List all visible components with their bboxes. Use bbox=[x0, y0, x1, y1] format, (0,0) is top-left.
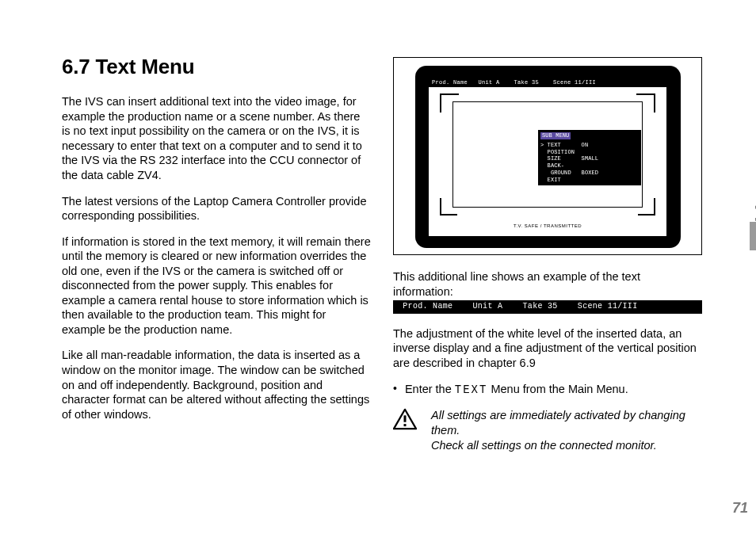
left-column: 6.7 Text Menu The IVS can insert additio… bbox=[62, 54, 371, 502]
osd-menu-row: > TEXT ON bbox=[540, 142, 639, 149]
warning-icon bbox=[393, 408, 417, 434]
content-area: 6.7 Text Menu The IVS can insert additio… bbox=[0, 0, 721, 534]
side-rail: Inserter Facilities 71 bbox=[721, 0, 756, 534]
svg-rect-1 bbox=[404, 416, 407, 422]
figure-frame: Prod. Name Unit A Take 35 Scene 11/III T… bbox=[393, 57, 702, 255]
osd-top-text-bar: Prod. Name Unit A Take 35 Scene 11/III bbox=[429, 78, 666, 87]
chapter-title-vertical: Inserter Facilities bbox=[751, 182, 756, 347]
svg-rect-2 bbox=[404, 425, 407, 427]
text-run: Menu from the Main Menu. bbox=[487, 383, 628, 395]
warning-text: All settings are immediately activated b… bbox=[431, 408, 702, 452]
instruction-text: Enter the TEXT Menu from the Main Menu. bbox=[405, 382, 628, 398]
document-page: 6.7 Text Menu The IVS can insert additio… bbox=[0, 0, 756, 534]
osd-menu-row: GROUND BOXED bbox=[540, 170, 639, 177]
paragraph: The latest versions of the Laptop Camera… bbox=[62, 194, 371, 223]
osd-menu-row: POSITION bbox=[540, 149, 639, 156]
paragraph: The adjustment of the white level of the… bbox=[393, 326, 702, 371]
section-heading: 6.7 Text Menu bbox=[62, 54, 371, 80]
example-text-bar: Prod. Name Unit A Take 35 Scene 11/III bbox=[393, 300, 702, 314]
safe-area-label: T.V. SAFE / TRANSMITTED bbox=[429, 223, 666, 230]
monitor-screen: Prod. Name Unit A Take 35 Scene 11/III T… bbox=[429, 78, 666, 236]
warning-line: All settings are immediately activated b… bbox=[431, 408, 702, 437]
paragraph: Like all man-readable information, the d… bbox=[62, 348, 371, 421]
warning-line: Check all settings on the connected moni… bbox=[431, 438, 702, 453]
warning-block: All settings are immediately activated b… bbox=[393, 408, 702, 452]
mono-label: TEXT bbox=[455, 383, 488, 396]
example-caption: This additional line shows an example of… bbox=[393, 269, 702, 299]
page-number: 71 bbox=[732, 500, 748, 517]
text-run: Enter the bbox=[405, 383, 455, 395]
osd-menu-row: EXIT bbox=[540, 177, 639, 184]
crt-monitor: Prod. Name Unit A Take 35 Scene 11/III T… bbox=[415, 66, 681, 248]
instruction-bullet: • Enter the TEXT Menu from the Main Menu… bbox=[393, 382, 702, 398]
osd-menu-title: SUB MENU bbox=[540, 132, 571, 139]
thumb-tab bbox=[750, 222, 756, 250]
paragraph: If information is stored in the text mem… bbox=[62, 235, 371, 338]
osd-sub-menu: SUB MENU > TEXT ON POSITION SIZE SMALL B… bbox=[538, 130, 641, 185]
osd-menu-row: BACK- bbox=[540, 162, 639, 170]
right-column: Prod. Name Unit A Take 35 Scene 11/III T… bbox=[393, 54, 702, 502]
paragraph: The IVS can insert additional text into … bbox=[62, 94, 371, 182]
bullet-icon: • bbox=[393, 382, 397, 398]
osd-menu-row: SIZE SMALL bbox=[540, 155, 639, 162]
